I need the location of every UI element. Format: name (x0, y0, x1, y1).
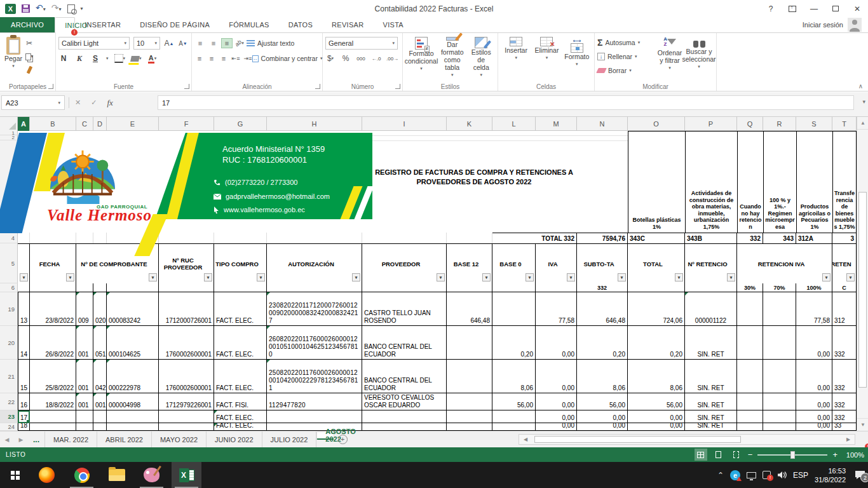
number-dialog-launcher[interactable] (395, 84, 400, 89)
cell-F6[interactable] (159, 283, 214, 292)
cell-A21[interactable]: 15 (18, 360, 30, 393)
restore-button[interactable] (825, 0, 846, 17)
wrap-text-button[interactable]: Ajustar texto (247, 37, 294, 49)
cell-T3[interactable]: Transferencia de bienes muebles 1,75% (832, 131, 857, 233)
sheet-tab-mar-2022[interactable]: MAR. 2022 (44, 431, 97, 447)
cell-O22[interactable]: 56,00 (628, 393, 685, 410)
ribbon-tab-revisar[interactable]: REVISAR (322, 17, 373, 32)
cell-F23[interactable] (159, 410, 214, 423)
cell-M22[interactable]: 0,00 (536, 393, 577, 410)
column-header-Q[interactable]: Q (737, 117, 763, 131)
italic-button[interactable]: K (74, 53, 85, 64)
cell-O23[interactable]: 0,00 (628, 410, 685, 423)
paint-taskbar-button[interactable] (137, 462, 166, 488)
align-middle-button[interactable]: ≡ (208, 38, 219, 48)
cell-C22[interactable]: 001 (76, 393, 93, 410)
header-cell-A[interactable]: ▾ (18, 243, 30, 283)
cell-R20[interactable] (763, 326, 796, 360)
cell-Q23[interactable] (737, 410, 763, 423)
font-color-button[interactable]: A▾ (147, 53, 158, 64)
increase-indent-button[interactable]: ⇥≡ (243, 53, 253, 64)
cell-K23[interactable] (447, 410, 492, 423)
cell-R22[interactable] (763, 393, 796, 410)
column-header-O[interactable]: O (628, 117, 685, 131)
cell-T22[interactable]: 332 (832, 393, 857, 410)
alignment-dialog-launcher[interactable] (315, 84, 320, 89)
cell-N6[interactable]: 332 (577, 283, 628, 292)
column-header-C[interactable]: C (76, 117, 93, 131)
cell-C6[interactable] (76, 283, 93, 292)
cell-I6[interactable] (362, 283, 447, 292)
column-header-P[interactable]: P (685, 117, 737, 131)
cell-Q6[interactable]: 30% (737, 283, 763, 292)
cell-O21[interactable]: 8,06 (628, 360, 685, 393)
filter-button-G[interactable]: ▾ (257, 273, 265, 281)
sheet-prev-icon[interactable]: ◀ (0, 431, 14, 447)
scroll-right-icon[interactable]: ▶ (842, 437, 855, 442)
name-box[interactable]: A23▾ (1, 95, 65, 110)
cell-D6[interactable] (93, 283, 107, 292)
cell-F24[interactable] (159, 423, 214, 431)
vertical-scroll-thumb[interactable] (858, 192, 867, 388)
cell-L24[interactable] (492, 423, 536, 431)
cell-D24[interactable] (93, 423, 107, 431)
cell-D23[interactable] (93, 410, 107, 423)
cell-H4[interactable] (267, 233, 362, 243)
cell-P24[interactable]: SIN. RET (685, 423, 737, 431)
cell-K4[interactable] (447, 233, 492, 243)
cell-A24[interactable]: 18 (18, 423, 30, 431)
row-header-22[interactable]: 22 (0, 393, 18, 410)
header-cell-G[interactable]: TIPO COMPRO▾ (214, 243, 267, 283)
ribbon-tab-inicio[interactable]: INICIO (55, 17, 75, 33)
cell-T24[interactable]: 33 (832, 423, 857, 431)
sheet-more-button[interactable]: ... (28, 431, 44, 447)
row-header-20[interactable]: 20 (0, 326, 18, 360)
clear-button[interactable]: Borrar▾ (597, 65, 655, 76)
shrink-font-button[interactable]: A▼ (178, 37, 188, 49)
cell-P21[interactable]: SIN. RET (685, 360, 737, 393)
cell-Q4[interactable]: 332 (737, 233, 763, 243)
align-top-button[interactable]: ≡ (194, 38, 206, 48)
clipboard-dialog-launcher[interactable] (48, 84, 53, 89)
cell-B23[interactable] (30, 410, 76, 423)
sort-filter-button[interactable]: AZ Ordenar y filtrar▾ (655, 36, 684, 80)
column-header-S[interactable]: S (796, 117, 832, 131)
cell-G6[interactable] (214, 283, 267, 292)
redo-icon[interactable]: ↷▾ (51, 3, 62, 14)
insert-cells-button[interactable]: Insertar▾ (501, 36, 531, 80)
row-header-1[interactable]: 1 (0, 131, 18, 135)
excel-logo-icon[interactable]: X (5, 4, 16, 14)
cell-L20[interactable]: 0,20 (492, 326, 536, 360)
merge-center-button[interactable]: ↔Combinar y centrar▾ (255, 53, 320, 64)
cell-Q20[interactable] (737, 326, 763, 360)
network-tray-icon[interactable] (747, 472, 756, 478)
scroll-up-icon[interactable]: ▲ (857, 117, 868, 130)
cell-C4[interactable] (76, 233, 93, 243)
cell-S4[interactable]: 312A (796, 233, 832, 243)
column-header-F[interactable]: F (159, 117, 214, 131)
cell-N23[interactable]: 0,00 (577, 410, 628, 423)
scroll-down-icon[interactable]: ▼ (857, 418, 868, 431)
cell-H21[interactable]: 2508202201176000260000120010420002229781… (267, 360, 362, 393)
cell-R21[interactable] (763, 360, 796, 393)
cell-N4[interactable]: 7594,76 (577, 233, 628, 243)
horizontal-scrollbar[interactable]: ◀ ▶ (519, 434, 855, 445)
cell-I4[interactable] (362, 233, 447, 243)
cell-I20[interactable]: BANCO CENTRAL DEL ECUADOR (362, 326, 447, 360)
minimize-button[interactable]: — (803, 0, 825, 17)
cell-N20[interactable]: 0,20 (577, 326, 628, 360)
number-format-select[interactable]: General▾ (325, 37, 398, 50)
cell-D20[interactable]: 051 (93, 326, 107, 360)
cell-F22[interactable]: 1712979226001 (159, 393, 214, 410)
expand-formula-bar-icon[interactable]: ▾ (862, 98, 865, 105)
cell-N24[interactable]: 0,00 (577, 423, 628, 431)
sheet-tab-abril-2022[interactable]: ABRIL 2022 (97, 431, 152, 447)
align-right-button[interactable]: ≡ (219, 53, 229, 64)
select-all-corner[interactable] (0, 117, 18, 131)
cell-A4[interactable] (18, 233, 30, 243)
column-header-L[interactable]: L (492, 117, 536, 131)
cell-O6[interactable] (628, 283, 685, 292)
horizontal-scroll-thumb[interactable] (534, 436, 741, 443)
print-preview-icon[interactable] (67, 4, 75, 13)
cell-G21[interactable]: FACT. ELEC. (214, 360, 267, 393)
